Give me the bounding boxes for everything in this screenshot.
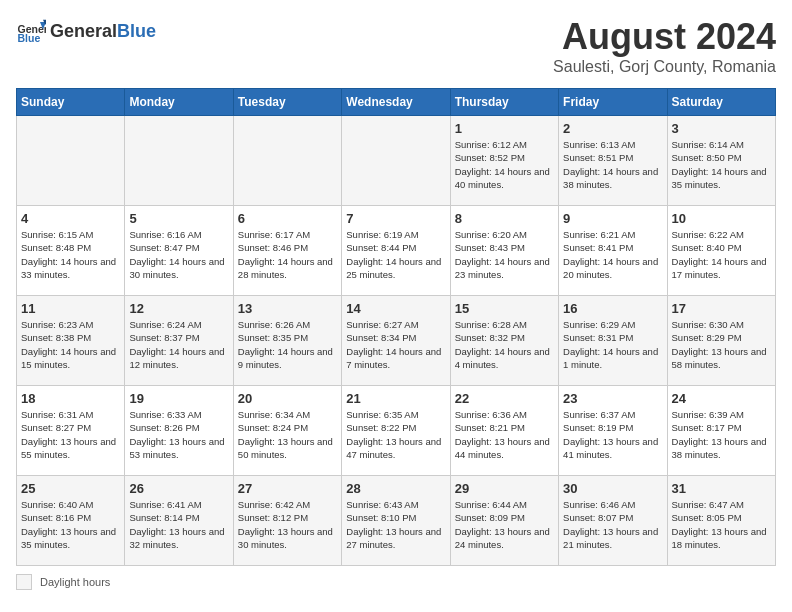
day-cell: 20Sunrise: 6:34 AM Sunset: 8:24 PM Dayli… <box>233 386 341 476</box>
day-info: Sunrise: 6:34 AM Sunset: 8:24 PM Dayligh… <box>238 408 337 461</box>
day-number: 30 <box>563 481 662 496</box>
header-cell-sunday: Sunday <box>17 89 125 116</box>
day-info: Sunrise: 6:16 AM Sunset: 8:47 PM Dayligh… <box>129 228 228 281</box>
day-cell: 15Sunrise: 6:28 AM Sunset: 8:32 PM Dayli… <box>450 296 558 386</box>
day-cell: 21Sunrise: 6:35 AM Sunset: 8:22 PM Dayli… <box>342 386 450 476</box>
day-number: 1 <box>455 121 554 136</box>
day-info: Sunrise: 6:12 AM Sunset: 8:52 PM Dayligh… <box>455 138 554 191</box>
day-number: 6 <box>238 211 337 226</box>
day-number: 13 <box>238 301 337 316</box>
day-info: Sunrise: 6:42 AM Sunset: 8:12 PM Dayligh… <box>238 498 337 551</box>
day-number: 26 <box>129 481 228 496</box>
day-info: Sunrise: 6:29 AM Sunset: 8:31 PM Dayligh… <box>563 318 662 371</box>
day-number: 20 <box>238 391 337 406</box>
day-info: Sunrise: 6:44 AM Sunset: 8:09 PM Dayligh… <box>455 498 554 551</box>
day-number: 21 <box>346 391 445 406</box>
day-info: Sunrise: 6:27 AM Sunset: 8:34 PM Dayligh… <box>346 318 445 371</box>
day-info: Sunrise: 6:28 AM Sunset: 8:32 PM Dayligh… <box>455 318 554 371</box>
day-info: Sunrise: 6:15 AM Sunset: 8:48 PM Dayligh… <box>21 228 120 281</box>
day-cell <box>125 116 233 206</box>
day-info: Sunrise: 6:35 AM Sunset: 8:22 PM Dayligh… <box>346 408 445 461</box>
day-cell: 31Sunrise: 6:47 AM Sunset: 8:05 PM Dayli… <box>667 476 775 566</box>
day-cell: 26Sunrise: 6:41 AM Sunset: 8:14 PM Dayli… <box>125 476 233 566</box>
day-number: 22 <box>455 391 554 406</box>
day-number: 3 <box>672 121 771 136</box>
header-row: SundayMondayTuesdayWednesdayThursdayFrid… <box>17 89 776 116</box>
day-cell: 25Sunrise: 6:40 AM Sunset: 8:16 PM Dayli… <box>17 476 125 566</box>
day-cell: 23Sunrise: 6:37 AM Sunset: 8:19 PM Dayli… <box>559 386 667 476</box>
day-cell: 30Sunrise: 6:46 AM Sunset: 8:07 PM Dayli… <box>559 476 667 566</box>
day-number: 29 <box>455 481 554 496</box>
week-row-2: 4Sunrise: 6:15 AM Sunset: 8:48 PM Daylig… <box>17 206 776 296</box>
day-cell <box>17 116 125 206</box>
day-cell: 28Sunrise: 6:43 AM Sunset: 8:10 PM Dayli… <box>342 476 450 566</box>
day-info: Sunrise: 6:21 AM Sunset: 8:41 PM Dayligh… <box>563 228 662 281</box>
title-area: August 2024 Saulesti, Gorj County, Roman… <box>553 16 776 76</box>
day-info: Sunrise: 6:23 AM Sunset: 8:38 PM Dayligh… <box>21 318 120 371</box>
day-number: 31 <box>672 481 771 496</box>
day-number: 4 <box>21 211 120 226</box>
day-cell: 29Sunrise: 6:44 AM Sunset: 8:09 PM Dayli… <box>450 476 558 566</box>
day-number: 27 <box>238 481 337 496</box>
day-cell: 2Sunrise: 6:13 AM Sunset: 8:51 PM Daylig… <box>559 116 667 206</box>
legend: Daylight hours <box>16 574 776 590</box>
day-info: Sunrise: 6:43 AM Sunset: 8:10 PM Dayligh… <box>346 498 445 551</box>
header-cell-friday: Friday <box>559 89 667 116</box>
day-cell: 8Sunrise: 6:20 AM Sunset: 8:43 PM Daylig… <box>450 206 558 296</box>
day-cell: 14Sunrise: 6:27 AM Sunset: 8:34 PM Dayli… <box>342 296 450 386</box>
day-number: 18 <box>21 391 120 406</box>
day-number: 23 <box>563 391 662 406</box>
page-title: August 2024 <box>553 16 776 58</box>
day-number: 24 <box>672 391 771 406</box>
header-cell-tuesday: Tuesday <box>233 89 341 116</box>
day-cell: 18Sunrise: 6:31 AM Sunset: 8:27 PM Dayli… <box>17 386 125 476</box>
day-cell: 13Sunrise: 6:26 AM Sunset: 8:35 PM Dayli… <box>233 296 341 386</box>
day-cell: 27Sunrise: 6:42 AM Sunset: 8:12 PM Dayli… <box>233 476 341 566</box>
logo-icon: General Blue <box>16 16 46 46</box>
header-cell-thursday: Thursday <box>450 89 558 116</box>
day-info: Sunrise: 6:17 AM Sunset: 8:46 PM Dayligh… <box>238 228 337 281</box>
day-number: 9 <box>563 211 662 226</box>
header-cell-saturday: Saturday <box>667 89 775 116</box>
day-info: Sunrise: 6:40 AM Sunset: 8:16 PM Dayligh… <box>21 498 120 551</box>
day-cell: 24Sunrise: 6:39 AM Sunset: 8:17 PM Dayli… <box>667 386 775 476</box>
day-info: Sunrise: 6:41 AM Sunset: 8:14 PM Dayligh… <box>129 498 228 551</box>
day-number: 8 <box>455 211 554 226</box>
day-number: 19 <box>129 391 228 406</box>
day-cell: 1Sunrise: 6:12 AM Sunset: 8:52 PM Daylig… <box>450 116 558 206</box>
day-cell <box>342 116 450 206</box>
header: General Blue General Blue August 2024 Sa… <box>16 16 776 76</box>
day-info: Sunrise: 6:37 AM Sunset: 8:19 PM Dayligh… <box>563 408 662 461</box>
day-cell: 10Sunrise: 6:22 AM Sunset: 8:40 PM Dayli… <box>667 206 775 296</box>
calendar-body: 1Sunrise: 6:12 AM Sunset: 8:52 PM Daylig… <box>17 116 776 566</box>
calendar-table: SundayMondayTuesdayWednesdayThursdayFrid… <box>16 88 776 566</box>
day-number: 16 <box>563 301 662 316</box>
day-number: 10 <box>672 211 771 226</box>
day-cell: 9Sunrise: 6:21 AM Sunset: 8:41 PM Daylig… <box>559 206 667 296</box>
day-info: Sunrise: 6:31 AM Sunset: 8:27 PM Dayligh… <box>21 408 120 461</box>
day-number: 7 <box>346 211 445 226</box>
day-info: Sunrise: 6:22 AM Sunset: 8:40 PM Dayligh… <box>672 228 771 281</box>
day-cell: 12Sunrise: 6:24 AM Sunset: 8:37 PM Dayli… <box>125 296 233 386</box>
week-row-1: 1Sunrise: 6:12 AM Sunset: 8:52 PM Daylig… <box>17 116 776 206</box>
day-number: 2 <box>563 121 662 136</box>
day-number: 12 <box>129 301 228 316</box>
day-info: Sunrise: 6:39 AM Sunset: 8:17 PM Dayligh… <box>672 408 771 461</box>
day-number: 25 <box>21 481 120 496</box>
day-info: Sunrise: 6:14 AM Sunset: 8:50 PM Dayligh… <box>672 138 771 191</box>
day-number: 28 <box>346 481 445 496</box>
day-cell <box>233 116 341 206</box>
day-number: 17 <box>672 301 771 316</box>
day-info: Sunrise: 6:36 AM Sunset: 8:21 PM Dayligh… <box>455 408 554 461</box>
day-cell: 19Sunrise: 6:33 AM Sunset: 8:26 PM Dayli… <box>125 386 233 476</box>
header-cell-monday: Monday <box>125 89 233 116</box>
svg-text:Blue: Blue <box>18 32 41 44</box>
day-cell: 17Sunrise: 6:30 AM Sunset: 8:29 PM Dayli… <box>667 296 775 386</box>
week-row-3: 11Sunrise: 6:23 AM Sunset: 8:38 PM Dayli… <box>17 296 776 386</box>
day-cell: 6Sunrise: 6:17 AM Sunset: 8:46 PM Daylig… <box>233 206 341 296</box>
day-info: Sunrise: 6:46 AM Sunset: 8:07 PM Dayligh… <box>563 498 662 551</box>
day-cell: 7Sunrise: 6:19 AM Sunset: 8:44 PM Daylig… <box>342 206 450 296</box>
legend-box <box>16 574 32 590</box>
day-info: Sunrise: 6:24 AM Sunset: 8:37 PM Dayligh… <box>129 318 228 371</box>
day-number: 14 <box>346 301 445 316</box>
